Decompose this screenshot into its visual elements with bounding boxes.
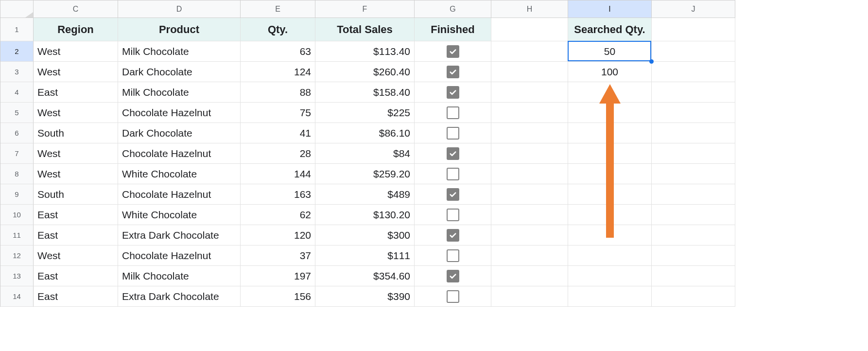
cell-total-sales[interactable]: $86.10 [315,123,415,143]
cell-total-sales[interactable]: $158.40 [315,82,415,103]
cell-total-sales[interactable]: $489 [315,184,415,205]
checkbox-icon[interactable] [447,290,459,303]
cell-empty[interactable] [491,225,568,246]
cell-empty[interactable] [491,266,568,286]
cell-empty[interactable] [491,82,568,103]
column-header-C[interactable]: C [34,0,118,18]
cell-qty[interactable]: 63 [241,41,315,62]
cell-empty[interactable] [652,205,735,225]
cell-total-sales[interactable]: $300 [315,225,415,246]
cell-product[interactable]: Dark Chocolate [118,123,241,143]
row-header-6[interactable]: 6 [0,123,34,143]
cell-product[interactable]: Milk Chocolate [118,266,241,286]
cell-region[interactable]: East [34,266,118,286]
cell-empty[interactable] [491,164,568,184]
cell-empty[interactable] [491,184,568,205]
cell-searched-qty[interactable] [568,103,652,123]
row-header-9[interactable]: 9 [0,184,34,205]
cell-total-sales[interactable]: $111 [315,246,415,266]
cell-total-sales[interactable]: $260.40 [315,62,415,82]
column-header-G[interactable]: G [415,0,491,18]
cell-finished[interactable] [415,123,491,143]
cell-empty[interactable] [491,205,568,225]
header-cell-E[interactable]: Qty. [241,18,315,41]
row-header-12[interactable]: 12 [0,246,34,266]
cell-searched-qty[interactable] [568,82,652,103]
cell-empty[interactable] [652,164,735,184]
row-header-13[interactable]: 13 [0,266,34,286]
checkbox-icon[interactable] [447,45,459,58]
cell-empty[interactable] [491,246,568,266]
row-header-14[interactable]: 14 [0,286,34,307]
cell-finished[interactable] [415,103,491,123]
cell-region[interactable]: East [34,225,118,246]
column-header-F[interactable]: F [315,0,415,18]
cell-region[interactable]: East [34,205,118,225]
cell-total-sales[interactable]: $84 [315,143,415,164]
checkbox-icon[interactable] [447,127,459,140]
row-header-10[interactable]: 10 [0,205,34,225]
fill-handle[interactable] [649,59,654,64]
cell-total-sales[interactable]: $354.60 [315,266,415,286]
cell-finished[interactable] [415,286,491,307]
cell-qty[interactable]: 41 [241,123,315,143]
checkbox-icon[interactable] [447,147,459,160]
cell-region[interactable]: South [34,123,118,143]
row-header-5[interactable]: 5 [0,103,34,123]
checkbox-icon[interactable] [447,86,459,99]
cell-product[interactable]: White Chocolate [118,205,241,225]
cell-searched-qty[interactable] [568,123,652,143]
column-header-D[interactable]: D [118,0,241,18]
cell-empty[interactable] [491,286,568,307]
checkbox-icon[interactable] [447,229,459,242]
cell-finished[interactable] [415,246,491,266]
header-cell-F[interactable]: Total Sales [315,18,415,41]
cell-empty[interactable] [652,62,735,82]
cell-total-sales[interactable]: $130.20 [315,205,415,225]
checkbox-icon[interactable] [447,209,459,221]
row-header-2[interactable]: 2 [0,41,34,62]
select-all-corner[interactable] [0,0,34,18]
cell-qty[interactable]: 28 [241,143,315,164]
cell-qty[interactable]: 156 [241,286,315,307]
column-header-J[interactable]: J [652,0,735,18]
cell-searched-qty[interactable] [568,225,652,246]
header-cell-G[interactable]: Finished [415,18,491,41]
cell-product[interactable]: Chocolate Hazelnut [118,103,241,123]
cell-empty[interactable] [652,41,735,62]
cell-total-sales[interactable]: $225 [315,103,415,123]
cell-region[interactable]: West [34,246,118,266]
column-header-H[interactable]: H [491,0,568,18]
cell-region[interactable]: West [34,103,118,123]
cell-total-sales[interactable]: $390 [315,286,415,307]
row-header-3[interactable]: 3 [0,62,34,82]
cell-total-sales[interactable]: $113.40 [315,41,415,62]
cell-searched-qty[interactable]: 50 [568,41,652,62]
header-cell-I[interactable]: Searched Qty. [568,18,652,41]
cell-qty[interactable]: 120 [241,225,315,246]
checkbox-icon[interactable] [447,66,459,78]
cell-product[interactable]: Chocolate Hazelnut [118,143,241,164]
cell-searched-qty[interactable] [568,184,652,205]
checkbox-icon[interactable] [447,249,459,262]
cell-qty[interactable]: 75 [241,103,315,123]
cell-searched-qty[interactable] [568,164,652,184]
row-header-11[interactable]: 11 [0,225,34,246]
cell-empty[interactable] [652,286,735,307]
cell-empty[interactable] [652,184,735,205]
cell-region[interactable]: West [34,164,118,184]
cell-empty[interactable] [652,246,735,266]
cell-empty[interactable] [491,103,568,123]
cell-empty[interactable] [491,143,568,164]
cell-product[interactable]: Chocolate Hazelnut [118,246,241,266]
cell-finished[interactable] [415,143,491,164]
cell-product[interactable]: Dark Chocolate [118,62,241,82]
row-header-7[interactable]: 7 [0,143,34,164]
cell-empty[interactable] [652,103,735,123]
cell-finished[interactable] [415,164,491,184]
cell-qty[interactable]: 144 [241,164,315,184]
cell-qty[interactable]: 62 [241,205,315,225]
checkbox-icon[interactable] [447,168,459,180]
checkbox-icon[interactable] [447,188,459,201]
cell-searched-qty[interactable] [568,205,652,225]
